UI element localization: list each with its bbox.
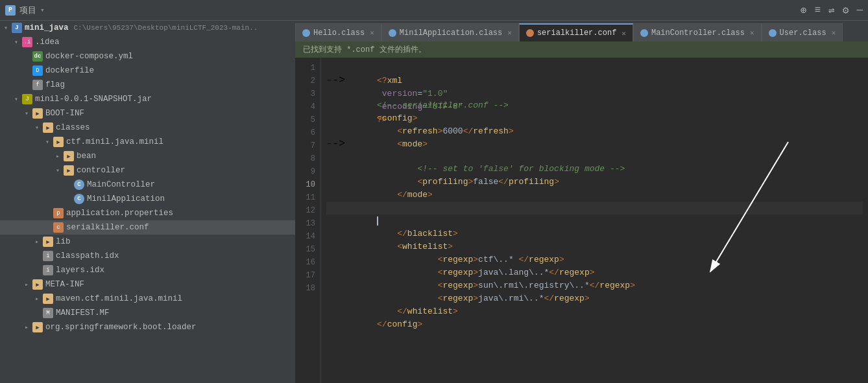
idea-folder-icon: .i [22, 37, 32, 47]
jar-icon: J [22, 94, 32, 104]
sidebar-item-idea[interactable]: .i .idea [0, 35, 295, 49]
close-main-tab[interactable]: ✕ [750, 29, 754, 37]
line-num-15: 15 [295, 243, 320, 256]
layers-idx-icon: i [43, 265, 53, 275]
project-icon: P [5, 5, 16, 16]
line-num-1: 1 [295, 62, 320, 75]
tab-minil[interactable]: MinilApplication.class ✕ [381, 23, 519, 41]
arrow-icon [54, 167, 61, 174]
sidebar-label-meta-inf: META-INF [45, 280, 84, 289]
tab-user-label: User.class [780, 29, 826, 38]
sidebar-item-lib[interactable]: ▶ lib [0, 235, 295, 249]
close-minil-tab[interactable]: ✕ [507, 29, 512, 37]
code-content[interactable]: <?xml version="1.0" encoding="UTF-8" ?> … [321, 58, 868, 383]
arrow-icon [54, 152, 61, 160]
tab-hello[interactable]: Hello.class ✕ [295, 23, 381, 41]
manifest-icon: M [43, 308, 53, 318]
sidebar-label-controller: controller [77, 166, 125, 175]
code-line-13: <regexp>ctf\..* </regexp> [326, 240, 863, 253]
line-num-14: 14 [295, 230, 320, 243]
sidebar-label-docker-compose: docker-compose.yml [45, 52, 133, 61]
sidebar-item-docker-compose[interactable]: dc docker-compose.yml [0, 49, 295, 64]
close-user-tab[interactable]: ✕ [832, 29, 836, 37]
sidebar-item-minil-app[interactable]: C MinilApplication [0, 192, 295, 206]
sidebar-label-manifest: MANIFEST.MF [56, 308, 110, 318]
code-line-9: 💡<blacklist> [326, 189, 863, 202]
sidebar-item-bean[interactable]: ▶ bean [0, 149, 295, 163]
arrow-icon [13, 38, 19, 46]
notification-bar: 已找到支持 *.conf 文件的插件。 [295, 41, 868, 58]
line-num-6: 6 [295, 126, 320, 139]
tab-conf[interactable]: serialkiller.conf ✕ [519, 23, 633, 41]
arrow-icon [34, 124, 40, 132]
sidebar-item-spring-loader[interactable]: ▶ org.springframework.boot.loader [0, 320, 295, 334]
editor-area: Hello.class ✕ MinilApplication.class ✕ s… [295, 21, 868, 383]
sidebar-item-classes[interactable]: ▶ classes [0, 121, 295, 135]
sidebar-item-app-properties[interactable]: p application.properties [0, 206, 295, 220]
tab-hello-label: Hello.class [313, 29, 365, 38]
tab-conf-label: serialkiller.conf [537, 29, 616, 38]
meta-inf-icon: ▶ [32, 279, 43, 290]
flag-icon: f [32, 80, 43, 90]
sidebar-item-maven-ctf[interactable]: ▶ maven.ctf.minil.java.minil [0, 292, 295, 306]
project-name: mini_java [25, 23, 69, 32]
code-line-8: </mode> [326, 176, 863, 189]
line-num-2: 2 [295, 75, 320, 87]
line-num-18: 18 [295, 282, 320, 295]
code-line-10 [326, 202, 863, 215]
sidebar-item-meta-inf[interactable]: ▶ META-INF [0, 277, 295, 292]
line-num-5: 5 [295, 113, 320, 126]
sidebar-item-manifest[interactable]: M MANIFEST.MF [0, 306, 295, 320]
tab-main[interactable]: MainController.class ✕ [633, 23, 762, 41]
sidebar-label-classpath-idx: classpath.idx [56, 251, 119, 261]
structure-button[interactable]: ≡ [815, 5, 821, 16]
arrow-icon [23, 110, 30, 117]
line-num-10: 10 [295, 178, 320, 191]
close-conf-tab[interactable]: ✕ [621, 29, 626, 38]
sidebar-label-spring-loader: org.springframework.boot.loader [45, 323, 197, 332]
sidebar-item-controller[interactable]: ▶ controller [0, 163, 295, 178]
line-num-9: 9 [295, 165, 320, 178]
sidebar-item-main-controller[interactable]: C MainController [0, 178, 295, 192]
dropdown-icon[interactable]: ▾ [40, 6, 45, 14]
sidebar-item-layers-idx[interactable]: i layers.idx [0, 263, 295, 277]
line-num-3: 3 [295, 87, 320, 100]
conf-icon: c [53, 222, 64, 233]
new-tab-button[interactable]: ⊕ [801, 4, 807, 17]
line-num-13: 13 [295, 217, 320, 230]
maven-ctf-icon: ▶ [43, 294, 53, 304]
sync-button[interactable]: ⇌ [828, 4, 835, 17]
main-controller-icon: C [74, 180, 84, 190]
minimize-button[interactable]: — [856, 5, 863, 16]
line-num-7: 7 [295, 139, 320, 152]
sidebar-item-project-root[interactable]: J mini_java C:\Users\95237\Desktop\miniL… [0, 21, 295, 35]
code-line-15: <regexp>sun\.rmi\.registry\..*</regexp> [326, 266, 863, 279]
sidebar-label-dockerfile: dockerfile [45, 66, 94, 75]
project-path: C:\Users\95237\Desktop\miniLCTF_2023-mai… [74, 24, 258, 32]
sidebar-item-jar[interactable]: J minil-0.0.1-SNAPSHOT.jar [0, 92, 295, 106]
tab-user[interactable]: User.class ✕ [762, 23, 843, 41]
code-line-16: <regexp>java\.rmi\..*</regexp> [326, 279, 863, 292]
sidebar-item-boot-inf[interactable]: ▶ BOOT-INF [0, 106, 295, 121]
sidebar-label-idea: .idea [35, 38, 60, 47]
minil-app-icon: C [74, 194, 84, 204]
sidebar-item-dockerfile[interactable]: D dockerfile [0, 64, 295, 78]
sidebar-item-serialkiller-conf[interactable]: c serialkiller.conf [0, 220, 295, 235]
sidebar-item-ctf-package[interactable]: ▶ ctf.minil.java.minil [0, 135, 295, 149]
close-hello-tab[interactable]: ✕ [370, 29, 374, 37]
controller-icon: ▶ [64, 165, 74, 176]
code-editor[interactable]: 1 2 3 4 5 6 7 8 9 10 11 12 13 14 15 16 1… [295, 58, 868, 383]
sidebar-item-classpath-idx[interactable]: i classpath.idx [0, 249, 295, 263]
yaml-icon: dc [32, 51, 43, 62]
hello-tab-icon [302, 29, 310, 37]
code-line-12: <whitelist> [326, 227, 863, 240]
arrow-icon [34, 295, 40, 303]
code-line-4: <refresh>6000</refresh> [326, 112, 863, 125]
line-num-16: 16 [295, 256, 320, 269]
settings-icon[interactable]: ⚙ [843, 4, 849, 17]
sidebar-label-serialkiller-conf: serialkiller.conf [66, 223, 149, 232]
tab-main-label: MainController.class [651, 29, 745, 38]
sidebar-item-flag[interactable]: f flag [0, 78, 295, 92]
title-bar-actions: ⊕ ≡ ⇌ ⚙ — [801, 4, 863, 17]
code-line-11: </blacklist> [326, 215, 863, 227]
